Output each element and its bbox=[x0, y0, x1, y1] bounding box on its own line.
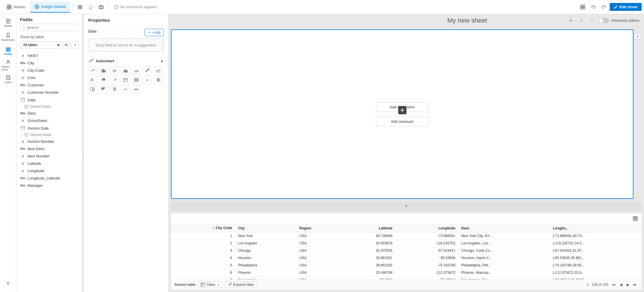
field-item[interactable]: Invoice Date bbox=[16, 124, 82, 132]
cell-city-code: 1 bbox=[171, 232, 235, 240]
field-sub-derived2[interactable]: Derived fields bbox=[16, 132, 82, 138]
field-name: City bbox=[28, 61, 34, 65]
field-type-cal bbox=[20, 126, 26, 130]
insight-advisor-tab[interactable]: Insight Advisor bbox=[30, 1, 70, 13]
field-item[interactable]: # %KEY bbox=[16, 52, 82, 59]
field-item[interactable]: Abc Item Desc bbox=[16, 145, 82, 152]
viz-pivot-btn[interactable] bbox=[121, 76, 130, 84]
first-page-btn[interactable]: ⏮ bbox=[611, 281, 617, 288]
viz-chevron-icon[interactable]: ▲ bbox=[160, 59, 164, 63]
viz-pie-btn[interactable] bbox=[99, 76, 108, 84]
sidebar-item-fields[interactable]: Fields bbox=[2, 45, 15, 58]
fields-icon bbox=[6, 47, 11, 52]
viz-line-btn[interactable] bbox=[88, 66, 97, 75]
table-filter-select[interactable]: All tables bbox=[20, 41, 61, 48]
add-field-btn[interactable]: + bbox=[72, 41, 79, 48]
viz-more-btn[interactable]: ••• bbox=[132, 85, 141, 93]
viz-table-btn[interactable] bbox=[132, 76, 141, 84]
snapshot-btn[interactable] bbox=[96, 2, 106, 12]
field-item[interactable]: Abc Longitude_Latitude bbox=[16, 174, 82, 182]
col-latitude[interactable]: Latitude bbox=[340, 224, 395, 232]
field-type-hash: # bbox=[20, 54, 26, 58]
sidebar-back-btn[interactable] bbox=[2, 277, 15, 290]
field-item[interactable]: Abc Manager bbox=[16, 182, 82, 189]
prev-sheet-btn[interactable]: ‹ bbox=[577, 16, 586, 25]
search-fields-btn[interactable] bbox=[63, 41, 70, 48]
add-sheet-btn[interactable]: + bbox=[567, 16, 575, 25]
svg-point-5 bbox=[36, 6, 38, 8]
grid-view-btn[interactable] bbox=[578, 2, 587, 12]
table-row: 2 Los Angeles USA 34.053678 -118.242702 … bbox=[171, 240, 642, 247]
viz-scatter-btn[interactable] bbox=[143, 66, 152, 75]
col-city-code[interactable]: City Code bbox=[171, 224, 235, 232]
viz-combo-btn[interactable] bbox=[121, 66, 130, 75]
add-data-btn[interactable]: + + Add bbox=[145, 29, 164, 36]
cell-city-code: 5 bbox=[171, 262, 235, 269]
source-table-select[interactable]: Cities bbox=[198, 281, 223, 288]
field-item[interactable]: # Item Number bbox=[16, 152, 82, 160]
viz-bar2-btn[interactable] bbox=[88, 76, 97, 84]
col-city[interactable]: City bbox=[235, 224, 296, 232]
fields-search-input[interactable] bbox=[27, 25, 76, 30]
field-type-hash: # bbox=[20, 119, 26, 122]
properties-panel: Properties Data + + Add Drop field to us… bbox=[84, 14, 169, 292]
field-item[interactable]: Abc Desc bbox=[16, 110, 82, 117]
field-item[interactable]: # GrossSales bbox=[16, 117, 82, 124]
viz-kpi-btn[interactable]: #1 bbox=[143, 76, 152, 84]
last-page-btn[interactable]: ⏭ bbox=[632, 281, 638, 288]
viz-waterfall-btn[interactable] bbox=[121, 85, 130, 93]
source-table-value: Cities bbox=[206, 283, 215, 287]
viz-stacked-btn[interactable] bbox=[110, 66, 119, 75]
svg-point-11 bbox=[100, 6, 102, 8]
field-item[interactable]: # Latitude bbox=[16, 160, 82, 167]
assets-tab[interactable]: Assets bbox=[2, 1, 29, 13]
field-item[interactable]: # City Code bbox=[16, 67, 82, 74]
sidebar-item-notes[interactable]: Notes bbox=[2, 73, 15, 86]
field-item[interactable]: # Cost bbox=[16, 74, 82, 81]
viz-grid-btn[interactable] bbox=[99, 85, 108, 93]
cell-longitude: -95.53836 bbox=[395, 254, 458, 262]
field-sub-derived[interactable]: Derived fields bbox=[16, 104, 82, 110]
next-page-btn[interactable]: ▶ bbox=[625, 281, 631, 288]
cell-city: San Antonio bbox=[235, 276, 296, 280]
cell-desc: Houston, Harris C... bbox=[458, 254, 550, 262]
add-measure-btn[interactable]: Add measure bbox=[376, 117, 429, 126]
table-settings-btn[interactable] bbox=[631, 214, 639, 223]
table-row: 3 Chicago USA 41.875555 -87.624421 Chica… bbox=[171, 247, 642, 254]
lasso-btn[interactable] bbox=[86, 2, 95, 12]
right-add-btn[interactable]: + bbox=[634, 33, 641, 40]
redo-btn[interactable] bbox=[599, 2, 609, 12]
add-row-btn[interactable]: + bbox=[171, 201, 642, 211]
field-item[interactable]: # Invoice Number bbox=[16, 138, 82, 145]
viz-bar-btn[interactable] bbox=[99, 66, 108, 75]
viz-line2-btn[interactable] bbox=[154, 66, 163, 75]
viz-treemap-btn[interactable] bbox=[88, 85, 97, 93]
advanced-options-toggle[interactable]: Advanced options bbox=[599, 18, 639, 23]
toggle-switch[interactable] bbox=[599, 18, 609, 23]
col-longitu[interactable]: Longitu... bbox=[550, 224, 642, 232]
viz-funnel-btn[interactable] bbox=[110, 85, 119, 93]
col-desc[interactable]: Desc bbox=[458, 224, 550, 232]
fields-search-box[interactable] bbox=[20, 24, 79, 31]
data-table-scroll[interactable]: City Code City Region Latitude Longitude… bbox=[171, 224, 642, 279]
viz-donut-btn[interactable] bbox=[110, 76, 119, 84]
field-item[interactable]: # Longitude bbox=[16, 167, 82, 174]
undo-btn[interactable] bbox=[589, 2, 598, 12]
selection-mode-btn[interactable] bbox=[75, 2, 85, 12]
field-item[interactable]: # Customer Number bbox=[16, 89, 82, 96]
col-region[interactable]: Region bbox=[296, 224, 340, 232]
next-sheet-btn[interactable]: › bbox=[588, 16, 596, 25]
field-item[interactable]: Abc City bbox=[16, 59, 82, 67]
viz-geo-btn[interactable] bbox=[154, 76, 163, 84]
col-longitude[interactable]: Longitude bbox=[395, 224, 458, 232]
expand-table-btn[interactable]: Expand table bbox=[225, 281, 257, 288]
viz-area-btn[interactable] bbox=[132, 66, 141, 75]
edit-sheet-btn[interactable]: Edit sheet bbox=[610, 3, 642, 11]
cell-region: USA bbox=[296, 232, 340, 240]
sidebar-item-master[interactable]: Master items bbox=[2, 59, 15, 72]
field-item[interactable]: Abc Customer bbox=[16, 81, 82, 89]
sidebar-item-bookmarks[interactable]: Bookmarks bbox=[2, 31, 15, 43]
sidebar-item-sheets[interactable]: Sheets bbox=[2, 16, 15, 29]
field-item[interactable]: Date bbox=[16, 96, 82, 104]
prev-page-btn[interactable]: ◀ bbox=[618, 281, 624, 288]
